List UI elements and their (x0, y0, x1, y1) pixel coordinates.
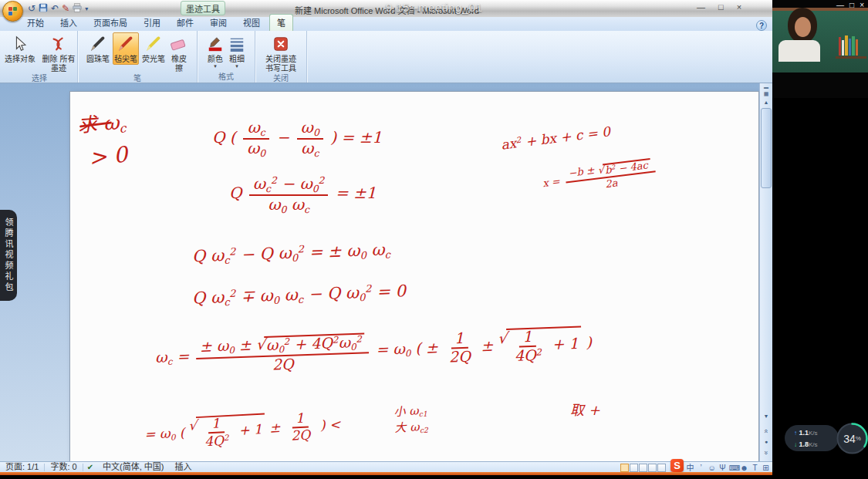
tab-page-layout[interactable]: 页面布局 (86, 15, 134, 31)
ink-quadratic-formula: x = −b ± √b2 − 4ac2a (542, 157, 660, 197)
ribbon-group-pens: 圆珠笔 毡尖笔 荧光笔 (78, 31, 198, 83)
print-layout-view-button[interactable] (620, 464, 629, 472)
tab-references[interactable]: 引用 (137, 15, 167, 31)
draft-view-button[interactable] (657, 464, 666, 472)
ink-case-large: 大 ωc2 (394, 419, 428, 437)
video-progress-bar[interactable] (0, 472, 772, 475)
scroll-up-icon[interactable]: ▲ (761, 100, 772, 105)
page[interactable]: 求 ωc > 0 Q ( ωcω0 − ω0ωc ) = ±1 ax2 + bx… (69, 91, 759, 462)
chinese-mode-icon[interactable]: 中 (686, 463, 694, 473)
ink-equation-2: Q ωc2 − ω02ω0 ωc = ±1 (229, 175, 376, 214)
split-handle-icon[interactable]: ▬ (761, 85, 772, 89)
next-page-icon[interactable]: » (762, 447, 770, 458)
sogou-logo[interactable]: S (670, 459, 684, 472)
thickness-icon (228, 33, 245, 55)
close-ink-icon (272, 33, 289, 55)
upload-speed: ↑ 1.1K/s (794, 427, 839, 439)
tab-pen[interactable]: 笔 (269, 14, 293, 31)
spellcheck-icon[interactable]: ✔ (83, 463, 97, 471)
print-icon[interactable] (73, 3, 82, 15)
office-button[interactable] (2, 1, 23, 22)
select-object-button[interactable]: 选择对象 (2, 32, 39, 65)
minimize-button[interactable]: — (697, 2, 705, 12)
cursor-icon (12, 33, 29, 55)
video-title: 9.15--meeting_01 (386, 1, 483, 14)
group-label-close: 关闭 (255, 74, 306, 83)
download-speed: ↓ 1.8K/s (794, 439, 839, 450)
webcam-window[interactable]: — □ × (772, 0, 868, 98)
webcam-restore-button[interactable]: □ (849, 1, 854, 9)
ribbon-group-format: 颜色 ▾ 粗细 ▾ 格式 (198, 31, 255, 83)
qat-more-icon[interactable]: ▾ (85, 4, 88, 14)
tab-view[interactable]: 视图 (236, 15, 267, 31)
thickness-button[interactable]: 粗细 ▾ (227, 32, 247, 69)
ruler-toggle-icon[interactable]: ▦ (761, 91, 772, 97)
delete-ink-icon (50, 33, 67, 55)
dropdown-arrow-icon: ▾ (214, 64, 217, 69)
document-area: 求 ωc > 0 Q ( ωcω0 − ω0ωc ) = ±1 ax2 + bx… (0, 83, 772, 461)
webcam-close-button[interactable]: × (860, 1, 864, 9)
bookshelf (836, 56, 866, 59)
tab-home[interactable]: 开始 (20, 15, 51, 31)
highlighter-button[interactable]: 荧光笔 (140, 32, 167, 65)
view-mode-buttons (620, 464, 666, 472)
status-bar: 页面: 1/1 字数: 0 ✔ 中文(简体, 中国) 插入 S 中 ’ ☺ Ψ (0, 461, 772, 472)
scrollbar-thumb[interactable] (761, 108, 772, 188)
eraser-button[interactable]: 橡皮 擦 (168, 32, 190, 74)
word-count[interactable]: 字数: 0 (45, 462, 82, 472)
toolbox-icon[interactable]: ⊞ (762, 463, 770, 473)
upload-arrow-icon: ↑ (794, 430, 797, 437)
close-button[interactable]: × (737, 2, 741, 12)
restore-button[interactable]: □ (718, 2, 724, 12)
undo-icon[interactable]: ↺ (28, 4, 35, 14)
help-button[interactable]: ? (756, 20, 767, 31)
skin-icon[interactable]: T (751, 463, 759, 473)
bookshelf-books (839, 32, 858, 56)
ballpoint-pen-button[interactable]: 圆珠笔 (85, 32, 111, 65)
language-indicator[interactable]: 中文(简体, 中国) (97, 462, 169, 472)
emoji-icon[interactable]: ☺ (708, 463, 716, 473)
tab-insert[interactable]: 插入 (53, 15, 84, 31)
ink-pen-icon[interactable]: ✎ (62, 4, 69, 14)
tab-mailings[interactable]: 邮件 (170, 15, 201, 31)
ink-equation-5: ωc = ± ω0 ± √ω02 + 4Q2ω022Q = ω0 ( ± 12Q… (154, 325, 593, 377)
vertical-scrollbar[interactable]: ▬ ▦ ▲ ▼ « ● » (759, 83, 772, 461)
felt-tip-pen-icon (117, 33, 135, 55)
keyboard-icon[interactable]: ⌨ (729, 463, 738, 473)
previous-page-icon[interactable]: « (762, 426, 770, 437)
tab-review[interactable]: 审阅 (203, 15, 234, 31)
insert-mode-indicator[interactable]: 插入 (169, 462, 197, 472)
page-indicator[interactable]: 页面: 1/1 (0, 462, 44, 472)
outline-view-button[interactable] (648, 464, 657, 472)
color-icon (207, 33, 224, 55)
right-panel: — □ × ↑ 1.1K/s ↓ 1.8K/s 34% (772, 0, 868, 479)
group-label-pens: 笔 (78, 74, 197, 83)
ribbon-group-select: 选择对象 删除 所有墨迹 选择 (2, 31, 78, 83)
window-controls: — □ × (697, 2, 741, 12)
percent-label: 34% (834, 420, 868, 457)
mic-icon[interactable]: Ψ (718, 463, 727, 473)
close-ink-tools-button[interactable]: 关闭墨迹 书写工具 (262, 32, 300, 74)
select-browse-object-icon[interactable]: ● (761, 439, 772, 444)
webcam-minimize-button[interactable]: — (836, 1, 844, 9)
group-label-format: 格式 (198, 73, 255, 83)
ink-equation-1: Q ( ωcω0 − ω0ωc ) = ±1 (212, 120, 382, 157)
network-speed-widget[interactable]: ↑ 1.1K/s ↓ 1.8K/s (785, 425, 839, 451)
redo-icon[interactable]: ↶ (51, 4, 59, 14)
full-screen-reading-button[interactable] (630, 464, 638, 472)
punctuation-icon[interactable]: ’ (697, 463, 705, 473)
progress-percent-widget[interactable]: 34% (834, 420, 868, 457)
dropdown-arrow-icon: ▾ (235, 64, 238, 69)
delete-all-ink-button[interactable]: 删除 所有墨迹 (40, 32, 77, 74)
presenter-body (778, 40, 820, 62)
download-arrow-icon: ↓ (794, 441, 797, 448)
felt-tip-pen-button[interactable]: 毡尖笔 (113, 32, 139, 65)
avatar-icon[interactable]: ☻ (740, 463, 748, 473)
scroll-down-icon[interactable]: ▼ (761, 413, 772, 419)
save-icon[interactable] (39, 3, 48, 15)
tencent-video-ad-tab[interactable]: 领腾讯视频礼包 (0, 210, 17, 301)
ballpoint-pen-icon (89, 33, 107, 55)
web-layout-button[interactable] (639, 464, 647, 472)
screen: ↺ ↶ ✎ ▾ 墨迹工具 新建 Microsoft Office Word 文档… (0, 0, 868, 479)
color-button[interactable]: 颜色 ▾ (205, 32, 225, 69)
